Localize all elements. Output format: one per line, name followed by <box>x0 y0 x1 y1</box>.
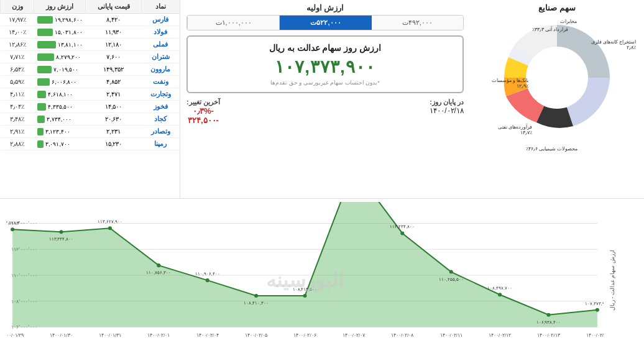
svg-text:۱۴۰۰/۰۲/۱۲: ۱۴۰۰/۰۲/۱۲ <box>489 332 511 338</box>
cell-symbol: فخوز <box>142 101 180 113</box>
svg-point-20 <box>157 263 160 267</box>
cell-price: ۲,۴۷۱ <box>86 88 142 101</box>
cell-value: ۳,۷۳۴,۰۰۰ <box>34 113 86 126</box>
cell-price: ۸,۴۲۰ <box>86 14 142 26</box>
cell-value: ۶,۰۰۶,۸۰۰ <box>34 76 86 88</box>
cell-weight: ۵٫۵۹٪ <box>1 76 34 88</box>
donut-label-faravrde: فرآورده‌های نفتی۱۳٫۷٪ <box>498 124 532 135</box>
cell-symbol: فارس <box>142 14 180 26</box>
cell-symbol: ونفت <box>142 76 180 88</box>
arzesh-title: ارزش اولیه <box>306 3 344 12</box>
col-symbol: نماد <box>142 0 180 14</box>
cell-symbol: شتران <box>142 51 180 63</box>
svg-point-23 <box>206 278 209 282</box>
cell-symbol: کجاد <box>142 113 180 126</box>
cell-weight: ۶٫۵۴٪ <box>1 63 34 76</box>
cell-value: ۱۹,۲۹۸,۶۰۰ <box>34 14 86 26</box>
svg-point-35 <box>400 231 404 235</box>
table-row: وتصادر ۲,۲۳۱ ۳,۱۲۳,۴۰۰ ۲٫۹۱٪ <box>1 126 180 138</box>
tab-1000[interactable]: ۱,۰۰۰,۰۰۰ت <box>187 16 279 30</box>
bar-indicator <box>37 29 53 36</box>
bar-indicator <box>37 16 53 24</box>
svg-text:۱۱۳,۳۳۴,۸۰۰: ۱۱۳,۳۳۴,۸۰۰ <box>49 237 74 242</box>
svg-point-44 <box>546 313 550 317</box>
donut-section: سهم صنایع <box>470 0 644 198</box>
cell-value: ۷,۰۱۹,۵۰۰ <box>34 63 86 76</box>
cell-price: ۱۲,۱۸۰ <box>86 39 142 51</box>
cell-weight: ۱۴٫۰۰٪ <box>1 26 34 39</box>
svg-text:۱۱۰,۷۵۶,۳۰۰: ۱۱۰,۷۵۶,۳۰۰ <box>146 270 171 275</box>
svg-point-11 <box>11 227 14 231</box>
change-item-date: در پایان روز: ۱۴۰۰/۰۲/۱۸ <box>430 98 464 125</box>
svg-text:۱۴۰۰/۰۲/۱۳: ۱۴۰۰/۰۲/۱۳ <box>537 332 560 338</box>
table-row: ونفت ۴,۸۵۲ ۶,۰۰۶,۸۰۰ ۵٫۵۹٪ <box>1 76 180 88</box>
table-section: نماد قیمت پایانی ارزش روز وزن فارس ۸,۴۲۰… <box>0 0 180 198</box>
cell-value: ۳,۱۲۳,۴۰۰ <box>34 126 86 138</box>
bar-indicator <box>37 140 44 148</box>
svg-text:۱۴۰۰/۰۲/۰۸: ۱۴۰۰/۰۲/۰۸ <box>391 332 414 338</box>
bar-indicator <box>37 128 44 135</box>
cell-price: ۱۵,۲۳۰ <box>86 138 142 150</box>
svg-text:۱۴۰۰/۰۲/۱۱: ۱۴۰۰/۰۲/۱۱ <box>440 332 462 338</box>
cell-value: ۳,۰۹۱,۷۰۰ <box>34 138 86 150</box>
cell-symbol: فملی <box>142 39 180 51</box>
cell-price: ۱۴,۵۰۰ <box>86 101 142 113</box>
svg-point-41 <box>498 293 502 296</box>
donut-label-estekhr: استخراج کانه‌های فلزی۲٫۸٪ <box>591 39 636 50</box>
cell-price: ۷,۶۰۰ <box>86 51 142 63</box>
date-value: ۱۴۰۰/۰۲/۱۸ <box>430 106 464 115</box>
change-row: آخرین تغییر: ۰٫۳%- ۳۲۴,۵۰۰- در پایان روز… <box>186 98 464 125</box>
svg-point-26 <box>254 294 258 298</box>
svg-point-14 <box>59 230 63 234</box>
change-value-abs: ۳۲۴,۵۰۰- <box>188 116 219 125</box>
svg-text:۱۴۰۰/۰۱/۳۱: ۱۴۰۰/۰۱/۳۱ <box>99 332 121 338</box>
cell-weight: ۱۲٫۸۶٪ <box>1 39 34 51</box>
donut-label-makhab: مخابرات <box>560 19 577 24</box>
cell-weight: ۴٫۰۴٪ <box>1 101 34 113</box>
chart-y-label: ارزش سهام عدالت - ریال <box>609 250 615 311</box>
cell-symbol: رمپنا <box>142 138 180 150</box>
main-container: سهم صنایع <box>0 0 644 361</box>
tab-492[interactable]: ۴۹۲,۰۰۰ت <box>372 16 463 30</box>
svg-text:۱۱۰,۲۵۵,۵۰۰: ۱۱۰,۲۵۵,۵۰۰ <box>439 277 464 282</box>
svg-point-0 <box>526 47 588 109</box>
svg-text:۱۴۰۰/۰۱/۳۰: ۱۴۰۰/۰۱/۳۰ <box>50 332 72 338</box>
donut-label-felezat: قرارداد آتی ۳۳٫۳٪ <box>532 27 568 32</box>
svg-point-17 <box>108 226 112 230</box>
arzesh-box-title: ارزش روز سهام عدالت به ریال <box>197 43 453 53</box>
cell-value: ۴,۶۱۸,۱۰۰ <box>34 88 86 101</box>
svg-text:۱۱۳,۶۲۷,۹۰۰: ۱۱۳,۶۲۷,۹۰۰ <box>98 219 122 224</box>
cell-weight: ۲٫۸۸٪ <box>1 138 34 150</box>
cell-symbol: ماروون <box>142 63 180 76</box>
cell-weight: ۳٫۴۸٪ <box>1 113 34 126</box>
cell-weight: ۱۷٫۹۷٪ <box>1 14 34 26</box>
svg-text:۱۴۰۰/۰۲/۱۴: ۱۴۰۰/۰۲/۱۴ <box>586 332 604 338</box>
cell-weight: ۷٫۷۱٪ <box>1 51 34 63</box>
middle-section: ارزش اولیه ۱,۰۰۰,۰۰۰ت ۵۲۲,۰۰۰ت ۴۹۲,۰۰۰ت … <box>180 0 470 198</box>
svg-point-47 <box>596 308 599 312</box>
svg-text:۱۴۰۰/۰۱/۲۹: ۱۴۰۰/۰۱/۲۹ <box>6 332 24 338</box>
donut-label-bank: بانک‌ها و مؤسسات۱۲٫۹٪ <box>492 78 528 89</box>
cell-symbol: وتصادر <box>142 126 180 138</box>
svg-text:۱۰۸,۴۱۰,۳۰۰: ۱۰۸,۴۱۰,۳۰۰ <box>244 301 269 306</box>
donut-container: مخابرات قرارداد آتی ۳۳٫۳٪ استخراج کانه‌ه… <box>495 16 619 140</box>
cell-price: ۱۴۹,۳۵۲ <box>86 63 142 76</box>
bar-indicator <box>37 116 45 123</box>
top-section: سهم صنایع <box>0 0 644 199</box>
table-row: فارس ۸,۴۲۰ ۱۹,۲۹۸,۶۰۰ ۱۷٫۹۷٪ <box>1 14 180 26</box>
table-row: فملی ۱۲,۱۸۰ ۱۳,۸۱,۱۰۰ ۱۲٫۸۶٪ <box>1 39 180 51</box>
col-value: ارزش روز <box>34 0 86 14</box>
bar-indicator <box>37 66 52 73</box>
table-row: ماروون ۱۴۹,۳۵۲ ۷,۰۱۹,۵۰۰ ۶٫۵۴٪ <box>1 63 180 76</box>
donut-title: سهم صنایع <box>538 3 576 12</box>
donut-label-mahsolat: محصولات شیمیایی ۴۶٫۶٪ <box>526 146 577 152</box>
cell-price: ۲۰,۶۳۰ <box>86 113 142 126</box>
date-label: در پایان روز: <box>430 98 464 106</box>
cell-price: ۱۱,۹۳۰ <box>86 26 142 39</box>
bar-indicator <box>37 41 56 48</box>
table-row: رمپنا ۱۵,۲۳۰ ۳,۰۹۱,۷۰۰ ۲٫۸۸٪ <box>1 138 180 150</box>
cell-weight: ۴٫۱۱٪ <box>1 88 34 101</box>
tab-522[interactable]: ۵۲۲,۰۰۰ت <box>279 16 371 30</box>
arzesh-tabs: ۱,۰۰۰,۰۰۰ت ۵۲۲,۰۰۰ت ۴۹۲,۰۰۰ت <box>186 15 464 30</box>
svg-text:۱۰۶,۹۳۸,۴۰۰: ۱۰۶,۹۳۸,۴۰۰ <box>536 320 561 325</box>
